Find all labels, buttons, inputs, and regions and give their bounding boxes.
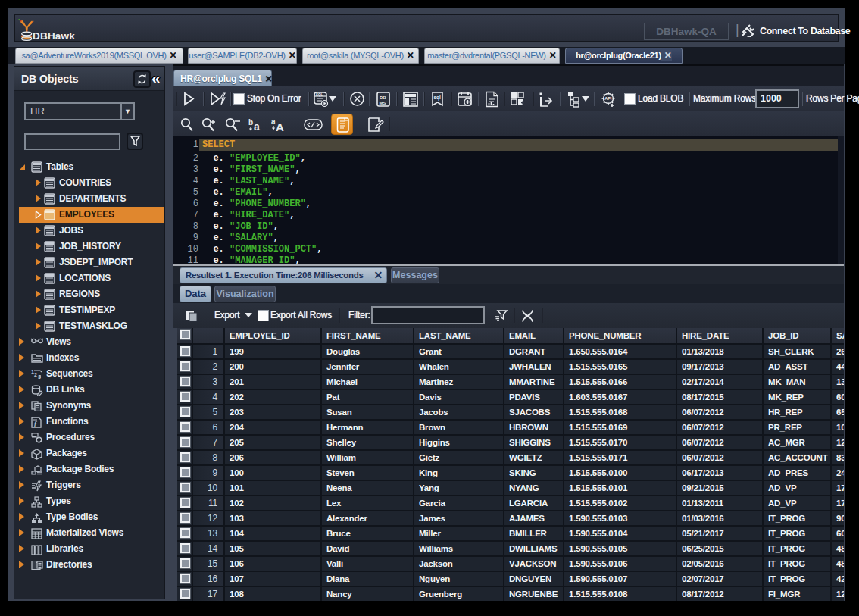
- svg-text:API: API: [604, 96, 612, 101]
- svg-text:MS: MS: [380, 101, 386, 105]
- svg-text:a: a: [254, 120, 260, 133]
- svg-text:b: b: [248, 118, 253, 127]
- svg-text:DB: DB: [380, 95, 386, 100]
- svg-text:2: 2: [34, 372, 37, 377]
- svg-text:sql: sql: [434, 95, 442, 101]
- svg-text:A: A: [276, 120, 284, 133]
- svg-text:f: f: [34, 420, 37, 427]
- svg-text:SQL: SQL: [316, 93, 323, 97]
